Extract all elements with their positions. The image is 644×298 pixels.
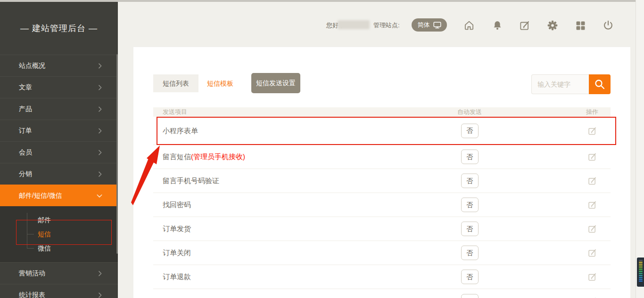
edit-icon[interactable] [578, 296, 606, 298]
row-label: 小程序表单 [163, 126, 198, 134]
chevron-right-icon [96, 127, 104, 135]
table-row-order-refund: 订单退款 否 [153, 265, 611, 289]
gear-icon[interactable] [546, 19, 559, 32]
page-scrollbar-track[interactable] [636, 0, 644, 298]
sidebar-item-statistics[interactable]: 统计报表 [0, 284, 118, 298]
language-label: 简体 [418, 21, 430, 29]
compose-icon[interactable] [518, 19, 531, 32]
apps-grid-icon[interactable] [574, 19, 587, 32]
sidebar-item-products[interactable]: 产品 [0, 98, 118, 120]
table-row-password-recovery: 找回密码 否 [153, 193, 611, 217]
sidebar-item-distribution[interactable]: 分销 [0, 163, 118, 185]
sidebar-item-site-overview[interactable]: 站点概况 [0, 55, 118, 76]
auto-send-toggle-button[interactable]: 否 [461, 174, 479, 188]
submenu-item-sms[interactable]: 短信 [38, 229, 51, 239]
sidebar-item-label: 订单 [19, 127, 32, 134]
sidebar-item-members[interactable]: 会员 [0, 141, 118, 163]
edit-icon[interactable] [578, 248, 606, 258]
search-button[interactable] [589, 74, 611, 94]
status-meter-widget[interactable] [637, 258, 644, 287]
chevron-right-icon [96, 105, 104, 113]
auto-send-toggle-button[interactable]: 否 [461, 246, 479, 260]
sidebar-scrollbar[interactable] [116, 54, 118, 254]
table-row-order-shipped: 订单发货 否 [153, 217, 611, 241]
sidebar-item-label: 产品 [19, 105, 32, 113]
admin-backend-page: — 建站管理后台 — 站点概况 文章 产品 订单 [0, 0, 644, 298]
submenu-item-label: 短信 [38, 230, 51, 238]
chevron-down-icon [95, 192, 104, 200]
sidebar-item-mail-sms-wechat[interactable]: 邮件/短信/微信 [0, 185, 118, 206]
chevron-right-icon [96, 62, 104, 70]
edit-icon[interactable] [578, 126, 606, 136]
username-redacted [338, 20, 370, 29]
submenu-item-label: 微信 [38, 244, 51, 252]
row-label: 订单退款 [163, 273, 191, 281]
table-row-miniprogram-form: 小程序表单 否 [153, 117, 611, 145]
sidebar-item-label: 分销 [19, 170, 32, 177]
power-icon[interactable] [602, 19, 615, 32]
auto-send-toggle-button[interactable]: 否 [461, 198, 479, 212]
edit-icon[interactable] [578, 272, 606, 282]
sms-template-table: 发送项目 自动发送 操作 小程序表单 否 留言短信(管理员手机接收) 否 留言手… [153, 107, 611, 298]
tab-sms-list[interactable]: 短信列表 [153, 74, 198, 92]
table-row-partial: 否 [153, 289, 611, 298]
edit-icon[interactable] [578, 224, 606, 234]
row-label-suffix: (管理员手机接收) [191, 153, 245, 161]
sidebar-item-label: 邮件/短信/微信 [19, 192, 62, 199]
sidebar-title: — 建站管理后台 — [0, 23, 118, 34]
sidebar-item-orders[interactable]: 订单 [0, 120, 118, 141]
table-row-message-sms: 留言短信(管理员手机接收) 否 [153, 145, 611, 169]
chevron-right-icon [96, 84, 104, 91]
row-label: 留言短信 [163, 153, 191, 161]
auto-send-toggle-button[interactable]: 否 [461, 123, 479, 138]
auto-send-toggle-button[interactable]: 否 [461, 270, 479, 284]
sidebar-item-marketing[interactable]: 营销活动 [0, 262, 118, 284]
tab-label: 短信模板 [207, 80, 233, 87]
submenu-item-label: 邮件 [38, 216, 51, 224]
column-header-send-item: 发送项目 [163, 107, 187, 117]
sidebar-item-label: 站点概况 [19, 62, 45, 69]
tree-line [27, 220, 34, 220]
language-site-button[interactable]: 简体 [412, 18, 447, 32]
row-label: 订单发货 [163, 225, 191, 233]
table-row-phone-verification: 留言手机号码验证 否 [153, 169, 611, 193]
sms-send-settings-button[interactable]: 短信发送设置 [251, 73, 300, 93]
manage-site-label: 管理站点: [373, 21, 400, 30]
sidebar-item-label: 统计报表 [19, 291, 45, 298]
auto-send-toggle-button[interactable]: 否 [461, 150, 479, 164]
sidebar-submenu: 邮件 短信 微信 [0, 206, 118, 262]
search-icon [594, 78, 606, 90]
column-header-auto-send: 自动发送 [452, 107, 487, 117]
content-panel: 短信列表 短信模板 短信发送设置 发送项目 自动发送 操作 小程序表单 否 [133, 47, 630, 298]
sidebar-item-label: 营销活动 [19, 269, 45, 277]
sidebar-item-label: 文章 [19, 83, 32, 91]
table-row-order-closed: 订单关闭 否 [153, 241, 611, 265]
monitor-icon [433, 22, 441, 29]
chevron-right-icon [96, 170, 104, 178]
tree-line [27, 234, 34, 234]
search-input[interactable] [531, 74, 589, 94]
edit-icon[interactable] [578, 152, 606, 162]
tree-line [27, 213, 27, 248]
tree-line [27, 248, 34, 249]
chevron-right-icon [96, 149, 104, 156]
sidebar: — 建站管理后台 — 站点概况 文章 产品 订单 [0, 2, 118, 298]
column-header-operation: 操作 [578, 107, 606, 117]
submenu-item-wechat[interactable]: 微信 [38, 243, 51, 253]
tab-label: 短信列表 [163, 80, 189, 87]
row-label: 订单关闭 [163, 249, 191, 257]
auto-send-toggle-button[interactable]: 否 [461, 222, 479, 236]
chevron-right-icon [96, 270, 104, 277]
edit-icon[interactable] [578, 200, 606, 210]
sidebar-menu: 站点概况 文章 产品 订单 [0, 55, 118, 298]
table-header-row: 发送项目 自动发送 操作 [153, 107, 611, 117]
edit-icon[interactable] [578, 176, 606, 186]
auto-send-toggle-button[interactable]: 否 [461, 294, 479, 298]
home-icon[interactable] [462, 19, 476, 32]
chevron-right-icon [96, 291, 104, 298]
sidebar-item-articles[interactable]: 文章 [0, 76, 118, 98]
tab-sms-template[interactable]: 短信模板 [198, 74, 242, 92]
submenu-item-mail[interactable]: 邮件 [38, 215, 51, 225]
row-label: 留言手机号码验证 [163, 177, 219, 185]
bell-icon[interactable] [491, 19, 504, 32]
